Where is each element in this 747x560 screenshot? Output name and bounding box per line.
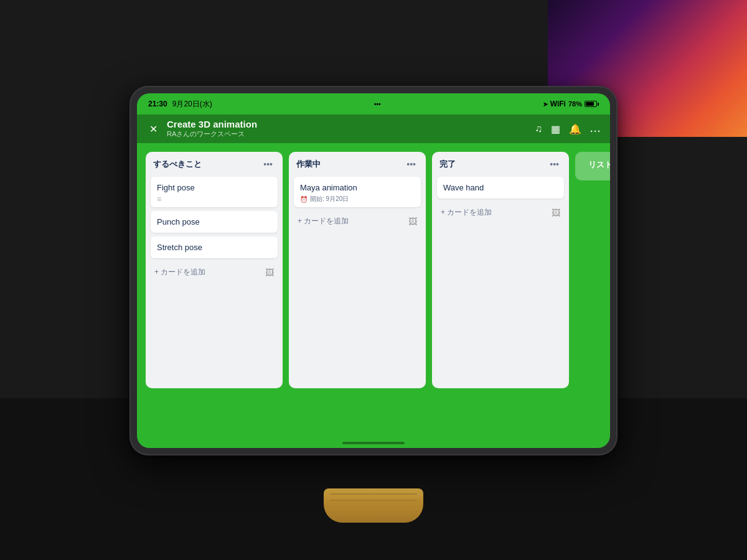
battery-percent: 78% <box>568 100 582 108</box>
ipad-frame: 21:30 9月20日(水) ••• ➤ WiFi 78% ✕ <box>131 87 616 454</box>
trello-icon[interactable]: ▦ <box>551 123 560 135</box>
clock-icon: ⏰ <box>300 196 308 203</box>
more-menu-icon[interactable]: ... <box>590 124 601 134</box>
wood-stand <box>324 488 423 523</box>
list-in-progress-title: 作業中 <box>296 159 321 170</box>
add-card-todo-label: + カードを追加 <box>154 267 205 278</box>
home-indicator <box>342 442 405 444</box>
status-bar: 21:30 9月20日(水) ••• ➤ WiFi 78% <box>137 93 610 114</box>
card-fight-pose-title: Fight pose <box>157 183 271 192</box>
battery-icon <box>585 101 599 107</box>
wifi-icon: WiFi <box>550 100 566 108</box>
header-title-area: Create 3D animation RAさんのワークスペース <box>167 119 529 139</box>
card-fight-pose[interactable]: Fight pose ≡ <box>151 177 278 207</box>
status-date: 9月20日(水) <box>172 99 212 110</box>
list-todo-header: するべきこと ••• <box>151 158 278 173</box>
card-maya-animation-title: Maya animation <box>300 183 415 192</box>
card-stretch-pose-title: Stretch pose <box>157 243 271 252</box>
list-done: 完了 ••• Wave hand + カードを追加 🖼 <box>432 152 569 388</box>
card-stretch-pose[interactable]: Stretch pose <box>151 236 278 258</box>
spotify-icon[interactable]: ♫ <box>535 123 542 134</box>
workspace-name: RAさんのワークスペース <box>167 129 529 139</box>
list-in-progress: 作業中 ••• Maya animation ⏰ 開始: 9月20日 + カード… <box>289 152 426 388</box>
list-todo-menu[interactable]: ••• <box>261 158 275 170</box>
add-card-done[interactable]: + カードを追加 🖼 <box>437 203 564 222</box>
new-list-label: リスト <box>588 159 611 170</box>
card-wave-hand-title: Wave hand <box>443 183 558 192</box>
bell-icon[interactable]: 🔔 <box>569 123 581 135</box>
add-card-in-progress-image-icon: 🖼 <box>408 217 417 226</box>
card-maya-animation-date: ⏰ 開始: 9月20日 <box>300 195 415 203</box>
arrow-icon: ➤ <box>543 101 548 108</box>
close-button[interactable]: ✕ <box>146 121 161 136</box>
list-in-progress-menu[interactable]: ••• <box>404 158 418 170</box>
card-fight-pose-lines: ≡ <box>157 195 271 203</box>
close-icon: ✕ <box>149 123 157 135</box>
card-wave-hand[interactable]: Wave hand <box>437 177 564 198</box>
list-todo: するべきこと ••• Fight pose ≡ Punch pose Stret… <box>146 152 283 388</box>
trello-header: ✕ Create 3D animation RAさんのワークスペース ♫ ▦ 🔔… <box>137 114 610 143</box>
status-time: 21:30 <box>148 100 167 108</box>
add-card-in-progress-label: + カードを追加 <box>298 216 349 226</box>
list-done-menu[interactable]: ••• <box>547 158 561 170</box>
add-card-done-image-icon: 🖼 <box>552 208 560 218</box>
card-maya-animation-date-text: 開始: 9月20日 <box>310 195 349 203</box>
add-card-todo-image-icon: 🖼 <box>265 268 274 278</box>
header-icons: ♫ ▦ 🔔 ... <box>535 123 601 135</box>
list-todo-title: するべきこと <box>153 159 202 170</box>
ipad-screen: 21:30 9月20日(水) ••• ➤ WiFi 78% ✕ <box>137 93 610 448</box>
card-punch-pose-title: Punch pose <box>157 217 271 226</box>
list-done-header: 完了 ••• <box>437 158 564 173</box>
list-in-progress-header: 作業中 ••• <box>294 158 421 173</box>
add-card-done-label: + カードを追加 <box>441 207 492 218</box>
list-done-title: 完了 <box>439 159 456 170</box>
board-content: するべきこと ••• Fight pose ≡ Punch pose Stret… <box>137 143 610 448</box>
add-card-in-progress[interactable]: + カードを追加 🖼 <box>294 212 421 230</box>
add-card-todo[interactable]: + カードを追加 🖼 <box>151 263 278 281</box>
board-name: Create 3D animation <box>167 119 529 129</box>
status-dots: ••• <box>374 101 381 108</box>
card-maya-animation[interactable]: Maya animation ⏰ 開始: 9月20日 <box>294 177 421 207</box>
card-punch-pose[interactable]: Punch pose <box>151 211 278 233</box>
new-list-button[interactable]: リスト <box>575 152 610 180</box>
